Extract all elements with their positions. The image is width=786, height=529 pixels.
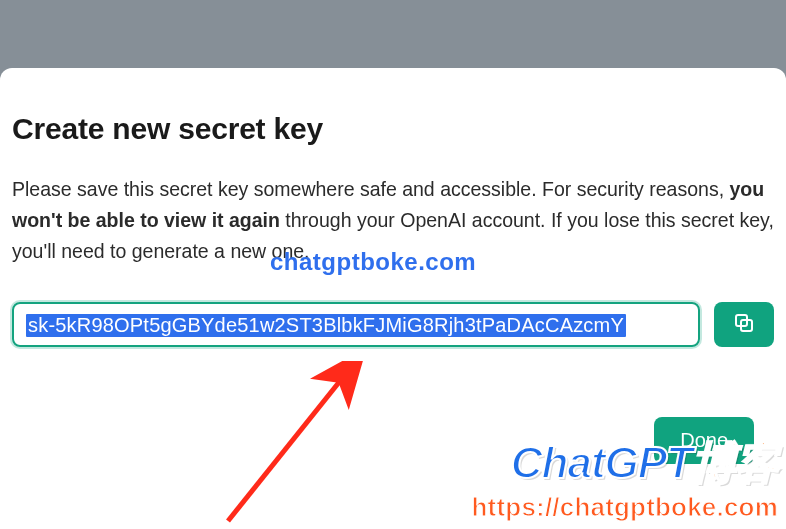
modal-title: Create new secret key [12, 112, 774, 146]
modal-description: Please save this secret key somewhere sa… [12, 174, 774, 268]
done-button[interactable]: Done [654, 417, 754, 464]
copy-icon [732, 311, 756, 338]
secret-key-input[interactable]: sk-5kR98OPt5gGBYde51w2ST3BlbkFJMiG8Rjh3t… [12, 302, 700, 347]
secret-key-row: sk-5kR98OPt5gGBYde51w2ST3BlbkFJMiG8Rjh3t… [12, 302, 774, 347]
secret-key-value: sk-5kR98OPt5gGBYde51w2ST3BlbkFJMiG8Rjh3t… [26, 314, 626, 337]
copy-button[interactable] [714, 302, 774, 347]
create-secret-key-modal: Create new secret key Please save this s… [0, 68, 786, 529]
desc-text-pre: Please save this secret key somewhere sa… [12, 178, 730, 200]
modal-footer: Done [12, 417, 774, 464]
